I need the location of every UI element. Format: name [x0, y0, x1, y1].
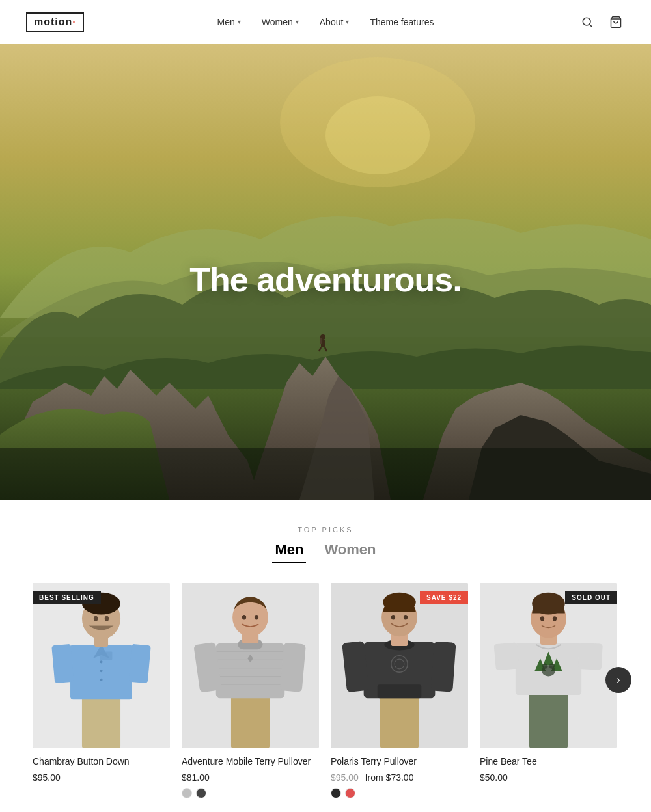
nav-about[interactable]: About ▾: [312, 12, 357, 33]
chevron-down-icon: ▾: [346, 18, 349, 25]
product-figure: [182, 583, 319, 748]
product-name: Chambray Button Down: [33, 755, 170, 768]
price-value: $95.00: [33, 772, 61, 783]
price-original: $95.00: [331, 772, 359, 783]
product-badge: BEST SELLING: [33, 591, 101, 604]
product-price: $95.00: [33, 772, 170, 783]
svg-rect-11: [0, 448, 651, 500]
product-name: Polaris Terry Pullover: [331, 755, 468, 768]
svg-point-40: [242, 615, 246, 619]
product-badge-sale: SAVE $22: [420, 591, 468, 604]
product-figure: [331, 583, 468, 748]
svg-rect-43: [380, 692, 419, 748]
product-card: SAVE $22 Polaris Terry Pullover $95.00 f…: [331, 583, 468, 798]
svg-point-5: [326, 96, 430, 174]
svg-point-17: [100, 670, 102, 672]
next-icon: ›: [616, 674, 620, 686]
svg-point-0: [583, 18, 590, 25]
product-figure: [33, 583, 170, 748]
svg-point-65: [542, 663, 547, 668]
product-image: [331, 583, 468, 748]
tab-men[interactable]: Men: [272, 541, 306, 563]
svg-point-16: [100, 660, 102, 663]
section-eyebrow: TOP PICKS: [33, 526, 618, 534]
product-image-wrap: SOLD OUT: [480, 583, 617, 748]
price-value: $81.00: [182, 772, 210, 783]
svg-rect-57: [529, 690, 568, 748]
product-price: $50.00: [480, 772, 617, 783]
nav-women-label: Women: [262, 17, 293, 27]
color-swatches: [331, 788, 468, 798]
color-swatch-black[interactable]: [331, 788, 341, 798]
color-swatch-red[interactable]: [345, 788, 355, 798]
hero-headline: The adventurous.: [189, 260, 461, 299]
svg-point-25: [105, 616, 109, 621]
color-swatch-dark[interactable]: [196, 788, 206, 798]
svg-rect-59: [494, 642, 519, 670]
nav-about-label: About: [320, 17, 344, 27]
site-header: motion· Men ▾ Women ▾ About ▾ Theme feat…: [0, 0, 651, 44]
product-name: Pine Bear Tee: [480, 755, 617, 768]
product-image: [182, 583, 319, 748]
nav-women[interactable]: Women ▾: [254, 12, 307, 33]
svg-rect-36: [280, 643, 306, 693]
cart-button[interactable]: [607, 13, 625, 31]
color-swatch-gray[interactable]: [182, 788, 192, 798]
product-tabs: Men Women: [33, 541, 618, 563]
product-image-wrap: BEST SELLING: [33, 583, 170, 748]
svg-point-52: [404, 615, 408, 619]
nav-men-label: Men: [217, 17, 235, 27]
logo-box[interactable]: motion·: [26, 12, 84, 32]
svg-point-50: [383, 593, 416, 612]
product-price: $81.00: [182, 772, 319, 783]
product-card: SOLD OUT Pine Bear Tee $50.00: [480, 583, 617, 798]
svg-rect-26: [100, 651, 112, 660]
product-image-wrap: [182, 583, 319, 748]
next-button[interactable]: ›: [605, 667, 631, 693]
product-name: Adventure Mobile Terry Pullover: [182, 755, 319, 768]
product-grid: BEST SELLING Chambray Button Down $95.00: [33, 583, 618, 798]
svg-line-1: [590, 24, 592, 27]
price-sale: from $73.00: [365, 772, 414, 783]
nav-men[interactable]: Men ▾: [210, 12, 249, 33]
cart-icon: [609, 16, 622, 29]
svg-rect-13: [82, 693, 120, 748]
main-nav: Men ▾ Women ▾ About ▾ Theme features: [210, 12, 442, 33]
product-badge-soldout: SOLD OUT: [565, 591, 617, 604]
svg-rect-20: [128, 644, 150, 683]
chevron-down-icon: ▾: [238, 18, 241, 25]
nav-theme-features[interactable]: Theme features: [362, 12, 441, 33]
product-price: $95.00 from $73.00: [331, 772, 468, 783]
logo[interactable]: motion·: [26, 12, 84, 32]
header-actions: [578, 13, 625, 31]
svg-point-69: [532, 593, 565, 615]
nav-theme-features-label: Theme features: [370, 17, 434, 27]
svg-rect-10: [320, 338, 322, 344]
svg-point-41: [255, 615, 258, 619]
svg-point-18: [100, 679, 102, 681]
svg-point-66: [549, 663, 555, 668]
color-swatches: [182, 788, 319, 798]
product-card: BEST SELLING Chambray Button Down $95.00: [33, 583, 170, 798]
svg-point-51: [391, 615, 395, 619]
hero-section: The adventurous.: [0, 44, 651, 500]
price-value: $50.00: [480, 772, 508, 783]
product-card: Adventure Mobile Terry Pullover $81.00: [182, 583, 319, 798]
svg-point-71: [553, 616, 557, 621]
logo-text: motion: [34, 16, 72, 27]
logo-dot: ·: [72, 16, 76, 27]
product-figure: [480, 583, 617, 748]
product-image: [480, 583, 617, 748]
product-image-wrap: SAVE $22: [331, 583, 468, 748]
products-section: TOP PICKS Men Women: [0, 500, 651, 812]
svg-point-24: [94, 616, 98, 621]
chevron-down-icon: ▾: [296, 18, 299, 25]
search-icon: [581, 16, 594, 29]
tab-women[interactable]: Women: [322, 541, 378, 563]
svg-rect-55: [378, 684, 422, 698]
svg-rect-60: [578, 643, 603, 670]
svg-rect-46: [431, 642, 456, 692]
search-button[interactable]: [578, 13, 596, 31]
svg-point-70: [540, 616, 544, 621]
svg-rect-19: [51, 644, 74, 683]
